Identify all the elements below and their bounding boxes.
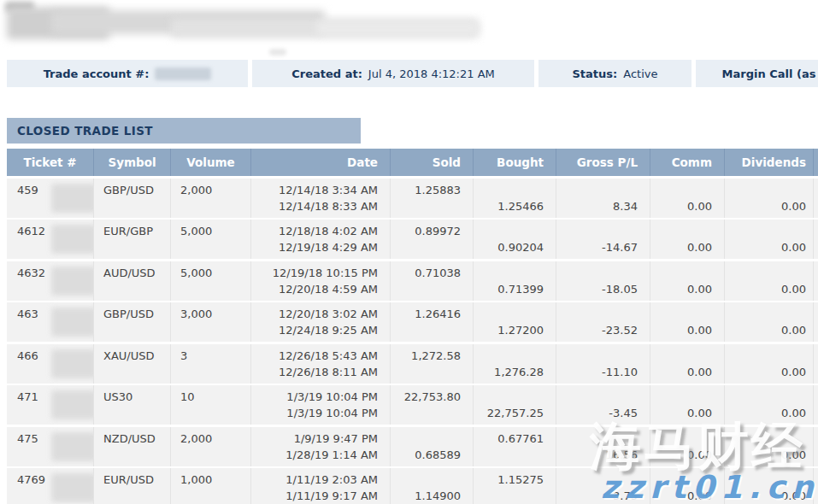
dividends: 0.00	[725, 322, 806, 338]
close-date: 12/24/18 9:25 AM	[251, 322, 378, 338]
cell-sold: 1.25883	[390, 179, 473, 218]
column-header-volume: Volume	[170, 149, 250, 176]
gross-pl: -18.05	[556, 281, 638, 297]
cell-gross-pl: 16.56	[556, 427, 650, 466]
open-date: 1/9/19 9:47 PM	[251, 431, 378, 447]
open-date: 12/18/18 4:02 AM	[251, 223, 378, 239]
cell-comm: 0.00	[650, 468, 724, 504]
open-date: 12/20/18 3:02 AM	[251, 306, 378, 322]
created-at-label: Created at:	[291, 67, 362, 80]
cell-symbol: EUR/GBP	[93, 220, 170, 259]
cell-dividends: 0.00	[724, 261, 813, 301]
redacted-ticket	[51, 308, 93, 337]
cell-dividends: 0.00	[724, 302, 813, 342]
open-date: 1/3/19 10:04 PM	[251, 389, 378, 405]
sold-price	[391, 198, 461, 214]
dividends: 0.00	[725, 239, 806, 255]
volume: 3,000	[180, 306, 250, 322]
cell-symbol: US30	[93, 385, 170, 425]
dividends: 0.00	[725, 488, 806, 504]
symbol: EUR/USD	[103, 472, 170, 488]
volume: 5,000	[180, 223, 250, 239]
symbol: XAU/USD	[103, 348, 170, 364]
cell-date: 12/26/18 5:43 AM 12/26/18 8:11 AM	[250, 344, 390, 384]
column-header-date: Date	[250, 149, 390, 176]
symbol: GBP/USD	[103, 306, 170, 322]
redacted-ticket	[51, 225, 93, 254]
comm: 0.00	[650, 198, 712, 214]
bought-price: 0.67761	[474, 431, 544, 447]
dividends: 0.00	[725, 198, 806, 214]
table-row: 475 NZD/USD 2,000 1/9/19 9:47 PM 1/28/19…	[7, 427, 818, 466]
cell-clipped	[813, 344, 818, 384]
symbol: US30	[103, 389, 170, 405]
bought-price: 1.25466	[474, 198, 544, 214]
cell-clipped	[813, 179, 818, 218]
close-date: 1/3/19 10:04 PM	[251, 405, 378, 421]
comm: 0.00	[650, 405, 712, 421]
cell-symbol: GBP/USD	[93, 179, 170, 218]
sold-price	[391, 239, 461, 255]
bought-price	[474, 182, 544, 198]
close-date: 1/11/19 9:17 AM	[251, 488, 378, 504]
sold-price	[391, 431, 461, 447]
cell-clipped	[813, 385, 818, 425]
volume: 1,000	[180, 472, 250, 488]
gross-pl: -3.75	[556, 488, 638, 504]
cell-symbol: NZD/USD	[93, 427, 170, 466]
cell-gross-pl: -23.52	[556, 302, 650, 342]
cell-bought: 1.27200	[473, 302, 556, 342]
created-at-value: Jul 4, 2018 4:12:21 AM	[368, 67, 495, 80]
cell-comm: 0.00	[650, 344, 724, 384]
volume: 2,000	[180, 182, 250, 198]
open-date: 1/11/19 2:03 AM	[251, 472, 378, 488]
column-header-symbol: Symbol	[93, 149, 170, 176]
sold-price: 1.25883	[391, 182, 461, 198]
margin-call-cell: Margin Call (as	[696, 60, 818, 87]
cell-ticket: 475	[7, 427, 93, 466]
cell-symbol: EUR/USD	[93, 468, 170, 504]
cell-date: 1/11/19 2:03 AM 1/11/19 9:17 AM	[250, 468, 390, 504]
cell-dividends: 0.00	[724, 427, 813, 466]
column-header-dividends: Dividends	[724, 149, 813, 176]
cell-sold: 1.14900	[390, 468, 473, 504]
volume: 3	[180, 348, 250, 364]
volume: 2,000	[180, 431, 250, 447]
cell-gross-pl: -18.05	[556, 261, 650, 301]
cell-gross-pl: -14.67	[556, 220, 650, 259]
table-row: 463 GBP/USD 3,000 12/20/18 3:02 AM 12/24…	[7, 302, 818, 342]
redacted-ticket	[51, 184, 93, 213]
redacted-blob	[316, 21, 479, 35]
tab-closed-trade-list[interactable]: CLOSED TRADE LIST	[7, 118, 361, 144]
cell-dividends: 0.00	[724, 468, 813, 504]
cell-bought: 22,757.25	[473, 385, 556, 425]
column-header-gross-pl: Gross P/L	[556, 149, 650, 176]
cell-dividends: 0.00	[724, 344, 813, 384]
dividends: 0.00	[725, 447, 806, 463]
redacted-ticket	[51, 432, 93, 461]
cell-ticket: 463	[7, 302, 93, 342]
cell-clipped	[813, 220, 818, 259]
cell-volume: 1,000	[170, 468, 250, 504]
cell-gross-pl: -3.45	[556, 385, 650, 425]
cell-bought: 1.25466	[473, 179, 556, 218]
cell-volume: 10	[170, 385, 250, 425]
cell-date: 1/3/19 10:04 PM 1/3/19 10:04 PM	[250, 385, 390, 425]
comm: 0.00	[650, 364, 712, 380]
bought-price	[474, 447, 544, 463]
tab-title: CLOSED TRADE LIST	[17, 124, 153, 138]
table-row: 471 US30 10 1/3/19 10:04 PM 1/3/19 10:04…	[7, 385, 818, 425]
status-label: Status:	[573, 67, 618, 80]
column-header-comm: Comm	[650, 149, 724, 176]
close-date: 12/14/18 8:33 AM	[251, 198, 378, 214]
sold-price: 1,272.58	[391, 348, 461, 364]
cell-symbol: GBP/USD	[93, 302, 170, 342]
comm: 0.00	[650, 281, 712, 297]
cell-volume: 2,000	[170, 427, 250, 466]
cell-comm: 0.00	[650, 385, 724, 425]
gross-pl: 8.34	[556, 198, 638, 214]
bought-price	[474, 389, 544, 405]
cell-comm: 0.00	[650, 261, 724, 301]
cell-volume: 3	[170, 344, 250, 384]
bought-price	[474, 348, 544, 364]
